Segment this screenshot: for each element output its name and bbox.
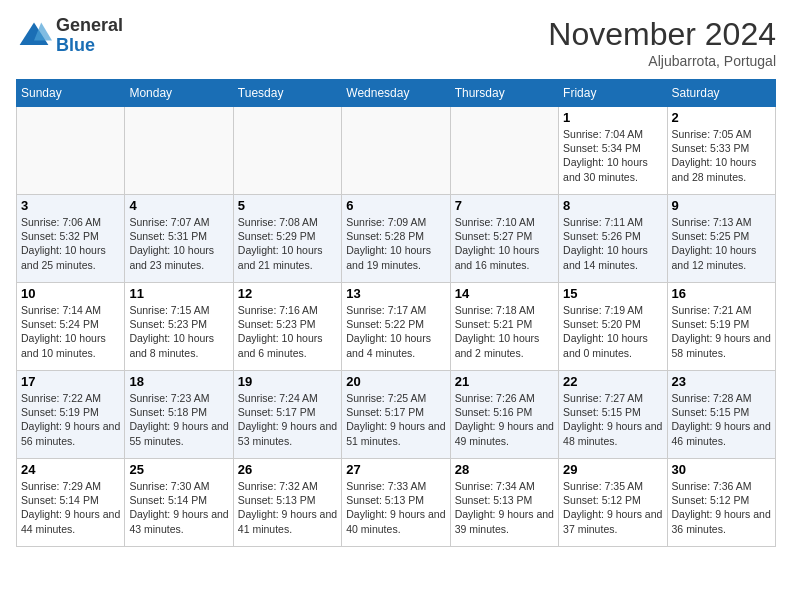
day-info: Sunrise: 7:14 AMSunset: 5:24 PMDaylight:… [21,303,120,360]
day-number: 11 [129,286,228,301]
day-info: Sunrise: 7:08 AMSunset: 5:29 PMDaylight:… [238,215,337,272]
logo-text: General Blue [56,16,123,56]
logo-blue: Blue [56,35,95,55]
logo-icon [16,18,52,54]
weekday-header: Thursday [450,80,558,107]
day-info: Sunrise: 7:19 AMSunset: 5:20 PMDaylight:… [563,303,662,360]
day-info: Sunrise: 7:24 AMSunset: 5:17 PMDaylight:… [238,391,337,448]
weekday-header: Sunday [17,80,125,107]
day-number: 14 [455,286,554,301]
day-info: Sunrise: 7:16 AMSunset: 5:23 PMDaylight:… [238,303,337,360]
day-number: 26 [238,462,337,477]
logo-general: General [56,15,123,35]
calendar-cell: 2Sunrise: 7:05 AMSunset: 5:33 PMDaylight… [667,107,775,195]
calendar-cell: 12Sunrise: 7:16 AMSunset: 5:23 PMDayligh… [233,283,341,371]
weekday-header: Saturday [667,80,775,107]
day-info: Sunrise: 7:21 AMSunset: 5:19 PMDaylight:… [672,303,771,360]
day-info: Sunrise: 7:26 AMSunset: 5:16 PMDaylight:… [455,391,554,448]
month-title: November 2024 [548,16,776,53]
day-number: 30 [672,462,771,477]
calendar-cell: 22Sunrise: 7:27 AMSunset: 5:15 PMDayligh… [559,371,667,459]
calendar: SundayMondayTuesdayWednesdayThursdayFrid… [16,79,776,547]
page-header: General Blue November 2024 Aljubarrota, … [16,16,776,69]
calendar-cell: 7Sunrise: 7:10 AMSunset: 5:27 PMDaylight… [450,195,558,283]
calendar-cell: 24Sunrise: 7:29 AMSunset: 5:14 PMDayligh… [17,459,125,547]
day-info: Sunrise: 7:18 AMSunset: 5:21 PMDaylight:… [455,303,554,360]
day-number: 6 [346,198,445,213]
calendar-cell: 16Sunrise: 7:21 AMSunset: 5:19 PMDayligh… [667,283,775,371]
day-number: 2 [672,110,771,125]
day-number: 21 [455,374,554,389]
weekday-header: Friday [559,80,667,107]
day-number: 28 [455,462,554,477]
day-number: 16 [672,286,771,301]
calendar-cell [233,107,341,195]
day-number: 9 [672,198,771,213]
day-info: Sunrise: 7:09 AMSunset: 5:28 PMDaylight:… [346,215,445,272]
day-info: Sunrise: 7:22 AMSunset: 5:19 PMDaylight:… [21,391,120,448]
calendar-week-row: 24Sunrise: 7:29 AMSunset: 5:14 PMDayligh… [17,459,776,547]
day-number: 29 [563,462,662,477]
calendar-cell: 17Sunrise: 7:22 AMSunset: 5:19 PMDayligh… [17,371,125,459]
location: Aljubarrota, Portugal [548,53,776,69]
weekday-header: Monday [125,80,233,107]
day-info: Sunrise: 7:30 AMSunset: 5:14 PMDaylight:… [129,479,228,536]
day-number: 13 [346,286,445,301]
calendar-cell: 14Sunrise: 7:18 AMSunset: 5:21 PMDayligh… [450,283,558,371]
logo: General Blue [16,16,123,56]
calendar-cell: 25Sunrise: 7:30 AMSunset: 5:14 PMDayligh… [125,459,233,547]
day-info: Sunrise: 7:36 AMSunset: 5:12 PMDaylight:… [672,479,771,536]
calendar-cell: 10Sunrise: 7:14 AMSunset: 5:24 PMDayligh… [17,283,125,371]
day-number: 7 [455,198,554,213]
day-info: Sunrise: 7:35 AMSunset: 5:12 PMDaylight:… [563,479,662,536]
calendar-cell: 6Sunrise: 7:09 AMSunset: 5:28 PMDaylight… [342,195,450,283]
calendar-week-row: 17Sunrise: 7:22 AMSunset: 5:19 PMDayligh… [17,371,776,459]
calendar-cell: 23Sunrise: 7:28 AMSunset: 5:15 PMDayligh… [667,371,775,459]
day-info: Sunrise: 7:05 AMSunset: 5:33 PMDaylight:… [672,127,771,184]
day-number: 4 [129,198,228,213]
calendar-cell: 29Sunrise: 7:35 AMSunset: 5:12 PMDayligh… [559,459,667,547]
day-info: Sunrise: 7:32 AMSunset: 5:13 PMDaylight:… [238,479,337,536]
day-number: 17 [21,374,120,389]
calendar-cell: 8Sunrise: 7:11 AMSunset: 5:26 PMDaylight… [559,195,667,283]
day-info: Sunrise: 7:33 AMSunset: 5:13 PMDaylight:… [346,479,445,536]
calendar-cell: 18Sunrise: 7:23 AMSunset: 5:18 PMDayligh… [125,371,233,459]
day-info: Sunrise: 7:13 AMSunset: 5:25 PMDaylight:… [672,215,771,272]
calendar-cell: 11Sunrise: 7:15 AMSunset: 5:23 PMDayligh… [125,283,233,371]
day-info: Sunrise: 7:10 AMSunset: 5:27 PMDaylight:… [455,215,554,272]
day-info: Sunrise: 7:23 AMSunset: 5:18 PMDaylight:… [129,391,228,448]
calendar-cell: 13Sunrise: 7:17 AMSunset: 5:22 PMDayligh… [342,283,450,371]
day-info: Sunrise: 7:17 AMSunset: 5:22 PMDaylight:… [346,303,445,360]
weekday-header: Wednesday [342,80,450,107]
day-number: 10 [21,286,120,301]
calendar-cell [125,107,233,195]
day-info: Sunrise: 7:11 AMSunset: 5:26 PMDaylight:… [563,215,662,272]
day-info: Sunrise: 7:06 AMSunset: 5:32 PMDaylight:… [21,215,120,272]
calendar-cell: 15Sunrise: 7:19 AMSunset: 5:20 PMDayligh… [559,283,667,371]
title-block: November 2024 Aljubarrota, Portugal [548,16,776,69]
day-number: 22 [563,374,662,389]
calendar-cell: 27Sunrise: 7:33 AMSunset: 5:13 PMDayligh… [342,459,450,547]
day-number: 3 [21,198,120,213]
day-number: 1 [563,110,662,125]
calendar-cell: 26Sunrise: 7:32 AMSunset: 5:13 PMDayligh… [233,459,341,547]
calendar-cell [342,107,450,195]
day-info: Sunrise: 7:04 AMSunset: 5:34 PMDaylight:… [563,127,662,184]
day-number: 8 [563,198,662,213]
day-number: 27 [346,462,445,477]
day-info: Sunrise: 7:29 AMSunset: 5:14 PMDaylight:… [21,479,120,536]
day-number: 24 [21,462,120,477]
calendar-cell: 3Sunrise: 7:06 AMSunset: 5:32 PMDaylight… [17,195,125,283]
calendar-cell: 9Sunrise: 7:13 AMSunset: 5:25 PMDaylight… [667,195,775,283]
calendar-cell: 5Sunrise: 7:08 AMSunset: 5:29 PMDaylight… [233,195,341,283]
day-info: Sunrise: 7:28 AMSunset: 5:15 PMDaylight:… [672,391,771,448]
calendar-cell: 20Sunrise: 7:25 AMSunset: 5:17 PMDayligh… [342,371,450,459]
calendar-cell: 21Sunrise: 7:26 AMSunset: 5:16 PMDayligh… [450,371,558,459]
calendar-week-row: 10Sunrise: 7:14 AMSunset: 5:24 PMDayligh… [17,283,776,371]
calendar-cell: 4Sunrise: 7:07 AMSunset: 5:31 PMDaylight… [125,195,233,283]
day-number: 15 [563,286,662,301]
day-info: Sunrise: 7:34 AMSunset: 5:13 PMDaylight:… [455,479,554,536]
calendar-cell: 28Sunrise: 7:34 AMSunset: 5:13 PMDayligh… [450,459,558,547]
calendar-week-row: 3Sunrise: 7:06 AMSunset: 5:32 PMDaylight… [17,195,776,283]
day-number: 18 [129,374,228,389]
